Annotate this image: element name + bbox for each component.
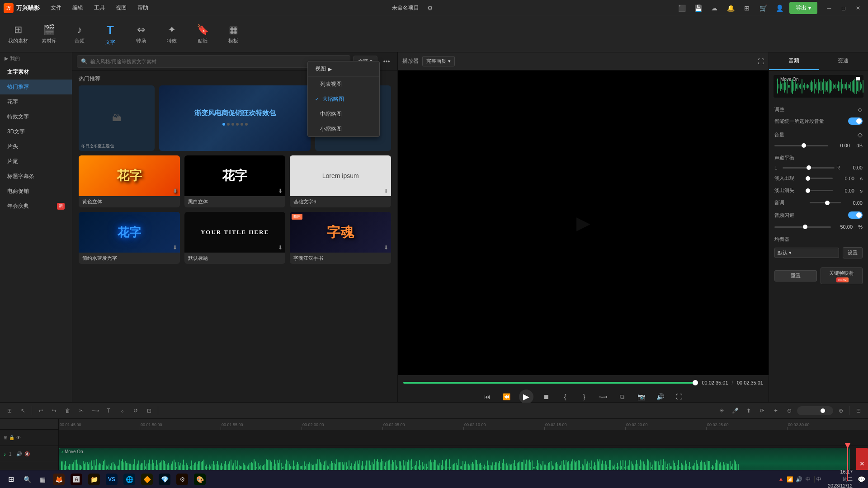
pip-button[interactable]: ⧉ [616, 390, 628, 403]
taskbar-app-edge[interactable]: 🌐 [121, 471, 137, 488]
cloud-icon[interactable]: ☁ [708, 2, 721, 14]
view-list[interactable]: 列表视图 [308, 77, 379, 92]
save-icon[interactable]: 💾 [692, 2, 704, 14]
featured-item-left[interactable]: 🏔 冬日之冬至主题包 [79, 85, 155, 151]
tl-btn-split[interactable]: ⟿ [89, 405, 101, 417]
menu-tools[interactable]: 工具 [90, 2, 109, 14]
store-icon[interactable]: 🛒 [757, 2, 769, 14]
user-icon[interactable]: 👤 [773, 2, 786, 14]
taskbar-app-plugin2[interactable]: 💎 [156, 471, 173, 488]
tl-btn-crop[interactable]: ⊡ [143, 405, 155, 417]
taskbar-app-vscode[interactable]: VS [104, 471, 120, 488]
tl-btn-time[interactable]: T [103, 405, 114, 417]
sidebar-item-effects-text[interactable]: 特效文字 [0, 109, 72, 124]
tray-up-icon[interactable]: 🔺 [777, 475, 785, 483]
volume-thumb[interactable] [802, 143, 806, 148]
sidebar-item-huazi[interactable]: 花字 [0, 94, 72, 109]
track-mute-icon[interactable]: 🔇 [24, 451, 30, 456]
menu-help[interactable]: 帮助 [133, 2, 153, 14]
sidebar-item-subtitle-bar[interactable]: 标题字幕条 [0, 169, 72, 184]
sidebar-item-gala[interactable]: 年会庆典 新 [0, 199, 72, 214]
download-icon-3[interactable]: ⬇ [384, 188, 388, 194]
taskbar-app-explorer[interactable]: 📁 [86, 471, 102, 488]
taskbar-app-ai[interactable]: 🅰 [68, 471, 85, 488]
taskbar-clock[interactable]: 16:17 周二 2023/12/12 [825, 469, 855, 488]
maximize-button[interactable]: ◻ [837, 2, 850, 14]
toolbar-effects[interactable]: ✦ 特效 [157, 19, 186, 50]
eq-setup-button[interactable]: 设置 [843, 247, 863, 258]
fullscreen-ctrl-button[interactable]: ⛶ [673, 390, 685, 403]
grid-item-zihun[interactable]: 商用 字魂 ⬇ 字魂江汉手书 [290, 212, 391, 264]
tl-btn-keyframe[interactable]: ⬦ [116, 405, 128, 417]
flash-thumb[interactable] [803, 225, 807, 229]
visible-icon-1[interactable]: 👁 [16, 435, 21, 440]
flash-slider[interactable] [774, 226, 831, 228]
taskbar-task-view[interactable]: ▦ [35, 472, 50, 487]
smart-unify-toggle[interactable] [848, 117, 863, 125]
grid-item-lorem[interactable]: Lorem ipsum ⬇ 基础文字6 [290, 155, 391, 207]
grid-item-title-here[interactable]: YOUR TITLE HERE ⬇ 默认标题 [184, 212, 286, 264]
toolbar-my-assets[interactable]: ⊞ 我的素材 [4, 19, 33, 50]
split-button[interactable]: ⟿ [597, 390, 609, 403]
zoom-slider[interactable] [797, 406, 833, 415]
tl-btn-rotate[interactable]: ↺ [130, 405, 142, 417]
view-medium-thumb[interactable]: 中缩略图 [308, 107, 379, 122]
tl-btn-extract[interactable]: ⬆ [743, 405, 755, 417]
sidebar-item-3d-text[interactable]: 3D文字 [0, 124, 72, 139]
track-speaker-icon[interactable]: 🔊 [16, 451, 22, 456]
keyframe-button[interactable]: 关键帧映射 NEW [821, 267, 863, 284]
bell-icon[interactable]: 🔔 [724, 2, 737, 14]
flash-toggle[interactable] [848, 211, 863, 219]
tl-btn-snip[interactable]: ✦ [770, 405, 782, 417]
taskbar-app-plugin1[interactable]: 🔶 [139, 471, 155, 488]
add-icon-1[interactable]: ⊞ [4, 435, 7, 440]
fullscreen-icon[interactable]: ⛶ [758, 58, 764, 65]
tl-btn-cursor[interactable]: ↖ [17, 405, 29, 417]
sidebar-item-ecommerce[interactable]: 电商促销 [0, 184, 72, 199]
tl-btn-redo[interactable]: ↪ [48, 405, 60, 417]
tl-btn-undo[interactable]: ↩ [35, 405, 47, 417]
notification-icon[interactable]: 💬 [857, 475, 865, 483]
grid-item-blue-flower[interactable]: 花字 ⬇ 简约水蓝发光字 [79, 212, 180, 264]
download-icon-5[interactable]: ⬇ [278, 244, 283, 251]
pitch-slider[interactable] [810, 202, 841, 203]
prev-frame-button[interactable]: ⏮ [481, 390, 494, 403]
minimize-button[interactable]: ─ [823, 2, 835, 14]
tl-btn-plus[interactable]: ⊕ [835, 405, 847, 417]
tl-btn-layout[interactable]: ⊟ [853, 405, 864, 417]
quality-select[interactable]: 完整画质 ▾ [422, 56, 455, 66]
sidebar-item-hot[interactable]: 热门推荐 [0, 80, 72, 94]
project-settings-icon[interactable]: ⚙ [424, 2, 436, 14]
toolbar-templates[interactable]: ▦ 模板 [219, 19, 248, 50]
tl-btn-sun[interactable]: ☀ [716, 405, 727, 417]
menu-file[interactable]: 文件 [46, 2, 66, 14]
featured-item-center[interactable]: 渐变风电商促销狂欢特效包 [159, 85, 311, 151]
grid-icon[interactable]: ⊞ [741, 2, 753, 14]
mark-out-button[interactable]: } [578, 390, 590, 403]
lock-icon-1[interactable]: 🔒 [9, 435, 14, 440]
taskbar-app-paint[interactable]: 🎨 [192, 471, 208, 488]
progress-bar[interactable] [403, 382, 698, 384]
view-small-thumb[interactable]: 小缩略图 [308, 122, 379, 136]
tl-btn-grid[interactable]: ⊞ [4, 405, 15, 417]
toolbar-text[interactable]: T 文字 [96, 19, 125, 50]
download-icon-2[interactable]: ⬇ [278, 188, 283, 194]
sidebar-item-ending[interactable]: 片尾 [0, 154, 72, 169]
toolbar-audio[interactable]: ♪ 音频 [65, 19, 94, 50]
eq-preset-select[interactable]: 默认 ▾ [774, 248, 839, 258]
pitch-thumb[interactable] [825, 201, 830, 205]
snapshot-button[interactable]: 📷 [635, 390, 647, 403]
progress-thumb[interactable] [693, 380, 698, 385]
mark-in-button[interactable]: { [559, 390, 571, 403]
menu-edit[interactable]: 编辑 [68, 2, 88, 14]
balance-slider[interactable] [783, 167, 835, 169]
tl-btn-delete[interactable]: 🗑 [62, 405, 74, 417]
start-button[interactable]: ⊞ [3, 471, 19, 488]
zoom-thumb[interactable] [821, 408, 825, 413]
fade-in-thumb[interactable] [806, 176, 810, 181]
tl-btn-cut[interactable]: ✂ [75, 405, 87, 417]
sound-icon[interactable]: 🔊 [795, 475, 803, 483]
tl-btn-mic[interactable]: 🎤 [729, 405, 741, 417]
monitor-icon[interactable]: ⬛ [675, 2, 688, 14]
tab-speed[interactable]: 变速 [819, 52, 868, 70]
